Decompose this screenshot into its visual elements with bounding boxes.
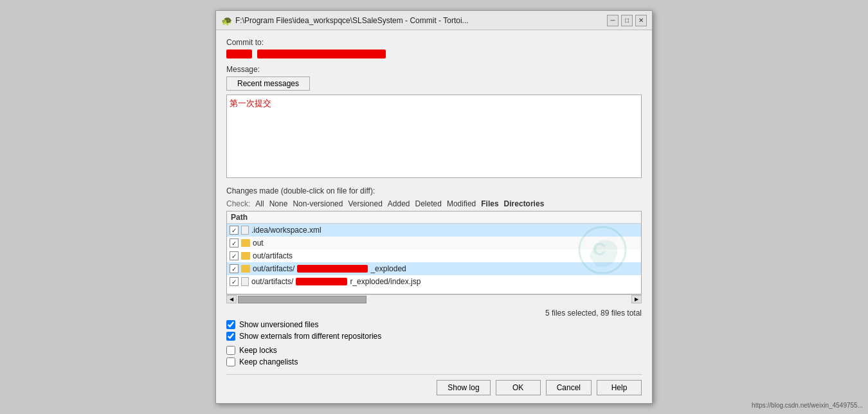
file-checkbox[interactable] (230, 277, 239, 286)
check-files[interactable]: Files (481, 199, 498, 208)
message-section: Message: Recent messages 第一次提交 (226, 65, 642, 180)
help-button[interactable]: Help (597, 380, 642, 395)
check-versioned[interactable]: Versioned (348, 199, 382, 208)
branch-prefix-redacted (226, 50, 252, 59)
file-list-container: Path .idea/workspace.xml out (226, 211, 642, 294)
check-directories[interactable]: Directories (504, 199, 545, 208)
file-name-suffix: r_exploded/index.jsp (350, 277, 420, 286)
show-externals-label: Show externals from different repositori… (239, 332, 381, 341)
changes-label: Changes made (double-click on file for d… (226, 186, 642, 195)
branch-name-redacted (257, 50, 386, 59)
recent-messages-button[interactable]: Recent messages (226, 76, 310, 91)
window-controls: ─ □ ✕ (607, 15, 647, 26)
show-externals-row: Show externals from different repositori… (226, 332, 642, 341)
table-row[interactable]: out/artifacts (227, 249, 641, 262)
minimize-button[interactable]: ─ (607, 15, 619, 26)
show-unversioned-row: Show unversioned files (226, 320, 642, 329)
table-row[interactable]: out/artifacts/ r_exploded/index.jsp (227, 275, 641, 288)
file-checkbox[interactable] (230, 239, 239, 248)
commit-to-row (226, 50, 642, 59)
check-deleted[interactable]: Deleted (415, 199, 442, 208)
file-name: out/artifacts/ (253, 264, 294, 273)
commit-to-label: Commit to: (226, 38, 642, 47)
bottom-buttons: Show log OK Cancel Help (226, 374, 642, 395)
options-section: 5 files selected, 89 files total Show un… (226, 309, 642, 366)
show-log-button[interactable]: Show log (437, 380, 490, 395)
maximize-button[interactable]: □ (621, 15, 633, 26)
file-name-suffix: _exploded (370, 264, 406, 273)
show-unversioned-label: Show unversioned files (239, 320, 318, 329)
show-unversioned-checkbox[interactable] (226, 320, 235, 329)
file-list-header: Path (227, 212, 641, 224)
bottom-url: https://blog.csdn.net/weixin_4549755... (752, 402, 863, 409)
keep-changelists-checkbox[interactable] (226, 357, 235, 366)
check-added[interactable]: Added (388, 199, 410, 208)
message-label: Message: (226, 65, 642, 74)
keep-changelists-label: Keep changelists (239, 357, 298, 366)
cancel-button[interactable]: Cancel (546, 380, 592, 395)
horizontal-scrollbar[interactable]: ◀ ▶ (226, 294, 642, 303)
keep-changelists-row: Keep changelists (226, 357, 642, 366)
keep-locks-checkbox[interactable] (226, 346, 235, 355)
file-name: out/artifacts/ (251, 277, 293, 286)
app-icon: 🐢 (221, 15, 231, 26)
table-row[interactable]: out (227, 237, 641, 249)
folder-icon (241, 239, 250, 247)
ok-button[interactable]: OK (496, 380, 541, 395)
folder-icon (241, 252, 250, 260)
check-label: Check: (226, 199, 250, 208)
check-non-versioned[interactable]: Non-versioned (293, 199, 343, 208)
file-name: out/artifacts (253, 251, 293, 260)
check-modified[interactable]: Modified (447, 199, 476, 208)
check-all[interactable]: All (255, 199, 264, 208)
redacted-text (297, 265, 368, 273)
file-icon (241, 226, 249, 235)
table-row[interactable]: out/artifacts/ _exploded (227, 262, 641, 275)
folder-icon (241, 265, 250, 273)
keep-locks-label: Keep locks (239, 346, 277, 355)
file-checkbox[interactable] (230, 264, 239, 273)
redacted-text (296, 278, 347, 285)
scroll-left-arrow[interactable]: ◀ (226, 295, 237, 303)
table-row[interactable]: .idea/workspace.xml (227, 224, 641, 237)
scroll-thumb[interactable] (238, 296, 366, 303)
show-externals-checkbox[interactable] (226, 332, 235, 341)
title-bar: 🐢 F:\Program Files\idea_workspqce\SLSale… (216, 11, 652, 30)
window-title: F:\Program Files\idea_workspqce\SLSaleSy… (235, 16, 469, 25)
files-count: 5 files selected, 89 files total (226, 309, 642, 318)
file-checkbox[interactable] (230, 226, 239, 235)
file-name: .idea/workspace.xml (251, 226, 321, 235)
message-textarea[interactable]: 第一次提交 (226, 94, 642, 178)
close-button[interactable]: ✕ (635, 15, 647, 26)
file-name: out (253, 239, 264, 248)
scroll-right-arrow[interactable]: ▶ (631, 295, 642, 303)
check-row: Check: All None Non-versioned Versioned … (226, 199, 642, 208)
keep-locks-row: Keep locks (226, 346, 642, 355)
file-list-scroll[interactable]: .idea/workspace.xml out out/artifacts (227, 224, 641, 292)
path-column-header: Path (231, 213, 248, 222)
file-icon (241, 277, 249, 286)
file-checkbox[interactable] (230, 251, 239, 260)
check-none[interactable]: None (269, 199, 288, 208)
